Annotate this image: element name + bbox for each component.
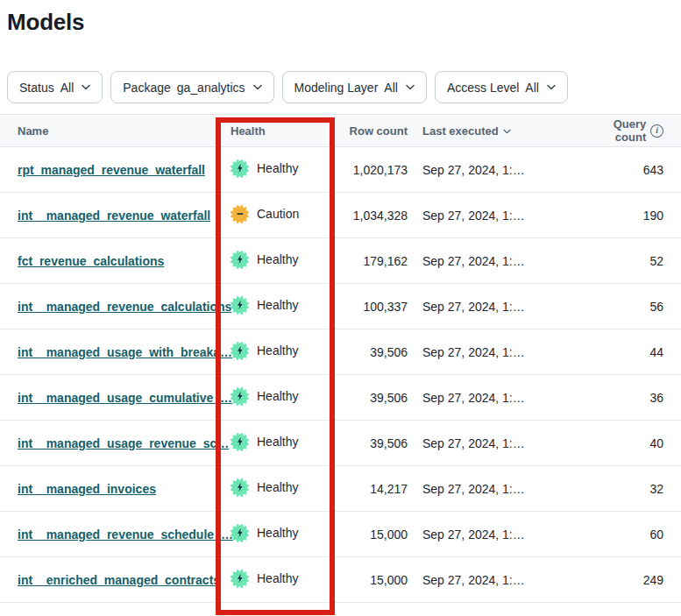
health-cell: Healthy bbox=[231, 570, 336, 591]
model-name-link[interactable]: int__managed_revenue_calculations bbox=[18, 300, 231, 314]
model-name-link[interactable]: int__managed_usage_with_breaka… bbox=[18, 345, 232, 359]
model-name-cell: int__managed_usage_revenue_sc… bbox=[18, 436, 231, 450]
row-count-value: 179,162 bbox=[336, 254, 408, 268]
health-status-icon bbox=[231, 570, 249, 588]
row-count-value: 1,034,328 bbox=[336, 209, 408, 223]
health-status-icon bbox=[231, 524, 249, 542]
health-cell: Healthy bbox=[231, 251, 336, 272]
health-label: Healthy bbox=[257, 298, 298, 312]
health-label: Healthy bbox=[257, 161, 298, 175]
health-badge: Healthy bbox=[231, 296, 298, 315]
table-row: int__managed_revenue_calculations Health… bbox=[0, 284, 681, 329]
table-row: int__managed_revenue_schedule_… Healthy … bbox=[0, 512, 681, 557]
query-count-value: 60 bbox=[580, 527, 663, 542]
model-name-cell: int__enriched_managed_contracts bbox=[18, 573, 231, 587]
model-name-cell: int__managed_usage_with_breaka… bbox=[18, 345, 231, 359]
column-header-query-count: Query count i bbox=[580, 117, 663, 144]
query-count-value: 32 bbox=[580, 482, 663, 496]
health-cell: Healthy bbox=[231, 433, 336, 454]
health-label: Healthy bbox=[257, 526, 298, 540]
health-status-icon bbox=[231, 251, 249, 269]
sort-chevron-icon bbox=[503, 128, 511, 134]
table-header-row: Name Health Row count Last executed Quer… bbox=[0, 114, 681, 147]
row-count-value: 1,020,173 bbox=[336, 163, 408, 177]
filter-access-level[interactable]: Access Level All bbox=[435, 71, 568, 103]
model-name-link[interactable]: fct_revenue_calculations bbox=[18, 254, 164, 268]
health-label: Healthy bbox=[257, 480, 298, 494]
table-row: int__managed_revenue_waterfall Caution 1… bbox=[0, 193, 681, 238]
last-executed-value: Sep 27, 2024, 1:… bbox=[408, 391, 580, 405]
last-executed-value: Sep 27, 2024, 1:… bbox=[408, 163, 580, 177]
table-row: int__managed_usage_cumulative_… Healthy … bbox=[0, 375, 681, 421]
health-status-icon bbox=[231, 296, 249, 315]
query-count-value: 36 bbox=[580, 391, 663, 405]
health-cell: Healthy bbox=[231, 478, 336, 499]
table-row: rpt_managed_revenue_waterfall Healthy 1,… bbox=[0, 147, 681, 193]
model-name-link[interactable]: rpt_managed_revenue_waterfall bbox=[18, 163, 205, 177]
page-title: Models bbox=[7, 9, 681, 36]
model-name-cell: int__managed_revenue_schedule_… bbox=[18, 527, 231, 542]
column-header-last-executed[interactable]: Last executed bbox=[408, 124, 580, 138]
filter-modeling-layer[interactable]: Modeling Layer All bbox=[282, 71, 427, 103]
query-count-value: 249 bbox=[580, 573, 663, 587]
model-name-link[interactable]: int__managed_invoices bbox=[18, 482, 156, 496]
row-count-value: 39,506 bbox=[336, 436, 408, 450]
health-label: Healthy bbox=[257, 389, 298, 403]
model-name-cell: int__managed_revenue_waterfall bbox=[18, 209, 231, 223]
model-name-link[interactable]: int__enriched_managed_contracts bbox=[18, 573, 220, 587]
health-label: Healthy bbox=[257, 252, 298, 266]
column-header-name: Name bbox=[18, 124, 231, 138]
last-executed-value: Sep 27, 2024, 1:… bbox=[408, 209, 580, 223]
query-count-value: 56 bbox=[580, 300, 663, 314]
model-name-link[interactable]: int__managed_revenue_schedule_… bbox=[18, 527, 233, 542]
health-status-icon bbox=[231, 159, 249, 178]
last-executed-value: Sep 27, 2024, 1:… bbox=[408, 300, 580, 314]
query-count-value: 40 bbox=[580, 436, 663, 450]
model-name-cell: int__managed_usage_cumulative_… bbox=[18, 391, 231, 405]
health-label: Caution bbox=[257, 207, 299, 221]
filter-package-label: Package bbox=[123, 81, 170, 95]
column-header-last-executed-label: Last executed bbox=[422, 124, 499, 138]
table-row: int__managed_usage_with_breaka… Healthy … bbox=[0, 329, 681, 375]
filter-package[interactable]: Package ga_analytics bbox=[110, 71, 273, 103]
last-executed-value: Sep 27, 2024, 1:… bbox=[408, 573, 580, 587]
column-header-health: Health bbox=[231, 124, 336, 138]
health-badge: Healthy bbox=[231, 342, 298, 360]
last-executed-value: Sep 27, 2024, 1:… bbox=[408, 482, 580, 496]
health-badge: Healthy bbox=[231, 524, 298, 542]
health-status-icon bbox=[231, 205, 249, 223]
row-count-value: 15,000 bbox=[336, 527, 408, 542]
filter-modeling-layer-value: All bbox=[384, 81, 398, 95]
info-icon[interactable]: i bbox=[650, 124, 663, 138]
last-executed-value: Sep 27, 2024, 1:… bbox=[408, 254, 580, 268]
table-body: rpt_managed_revenue_waterfall Healthy 1,… bbox=[0, 147, 681, 603]
query-count-value: 190 bbox=[580, 209, 663, 223]
health-badge: Healthy bbox=[231, 251, 298, 269]
model-name-link[interactable]: int__managed_revenue_waterfall bbox=[18, 209, 210, 223]
row-count-value: 100,337 bbox=[336, 300, 408, 314]
model-name-link[interactable]: int__managed_usage_revenue_sc… bbox=[18, 436, 229, 450]
model-name-cell: fct_revenue_calculations bbox=[18, 254, 231, 268]
health-cell: Healthy bbox=[231, 387, 336, 408]
filter-status-label: Status bbox=[19, 81, 54, 95]
health-badge: Caution bbox=[231, 205, 299, 223]
chevron-down-icon bbox=[547, 84, 556, 90]
health-cell: Healthy bbox=[231, 159, 336, 181]
last-executed-value: Sep 27, 2024, 1:… bbox=[408, 527, 580, 542]
query-count-value: 52 bbox=[580, 254, 663, 268]
row-count-value: 14,217 bbox=[336, 482, 408, 496]
last-executed-value: Sep 27, 2024, 1:… bbox=[408, 345, 580, 359]
row-count-value: 39,506 bbox=[336, 391, 408, 405]
filter-status[interactable]: Status All bbox=[7, 71, 103, 103]
health-status-icon bbox=[231, 387, 249, 406]
health-status-icon bbox=[231, 478, 249, 497]
health-label: Healthy bbox=[257, 435, 298, 449]
model-name-link[interactable]: int__managed_usage_cumulative_… bbox=[18, 391, 232, 405]
health-badge: Healthy bbox=[231, 570, 298, 588]
filter-bar: Status All Package ga_analytics Modeling… bbox=[7, 71, 681, 103]
health-label: Healthy bbox=[257, 343, 298, 358]
health-cell: Healthy bbox=[231, 342, 336, 363]
chevron-down-icon bbox=[82, 84, 90, 90]
row-count-value: 15,000 bbox=[336, 573, 408, 587]
health-cell: Healthy bbox=[231, 524, 336, 545]
